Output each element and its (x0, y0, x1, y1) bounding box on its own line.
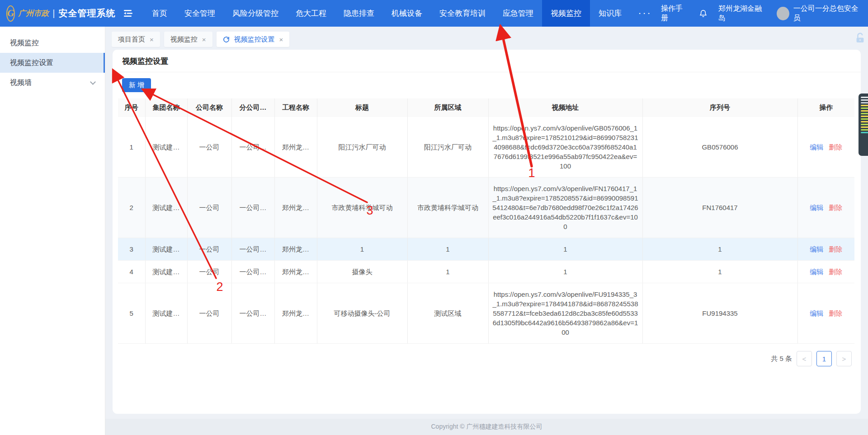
table-cell: 郑州龙… (274, 178, 317, 238)
table-cell: 2 (118, 178, 145, 238)
table-cell: 郑州龙… (274, 261, 317, 283)
page-title: 视频监控设置 (113, 50, 861, 72)
prev-page-button[interactable]: < (797, 351, 812, 366)
table-header-row: 序号集团名称公司名称分公司…工程名称标题所属区域视频地址序列号操作 (118, 98, 854, 117)
brand-divider: | (52, 8, 55, 19)
level-stripe (861, 124, 868, 125)
footer-copyright: Copyright © 广州穗建建造科技有限公司 (105, 419, 868, 435)
edit-link[interactable]: 编辑 (810, 143, 823, 151)
level-stripe (861, 102, 868, 103)
table-cell: 阳江污水厂可动 (407, 117, 488, 178)
tab-video-monitor-settings[interactable]: 视频监控设置× (217, 32, 290, 47)
notification-bell-icon[interactable] (699, 9, 708, 18)
edit-link[interactable]: 编辑 (810, 268, 823, 276)
pagination: 共 5 条 < 1 > (122, 351, 852, 366)
tab-label: 视频监控 (170, 35, 198, 44)
next-page-button[interactable]: > (836, 351, 852, 366)
delete-link[interactable]: 删除 (829, 268, 842, 276)
actions-cell: 编辑删除 (797, 117, 854, 178)
tab-project-home[interactable]: 项目首页× (112, 32, 160, 47)
table-cell: 郑州龙… (274, 117, 317, 178)
top-nav-item-home[interactable]: 首页 (143, 0, 176, 27)
serial-cell: 1 (642, 261, 797, 283)
delete-link[interactable]: 删除 (829, 143, 842, 151)
refresh-icon[interactable] (223, 36, 230, 43)
app-title: 安全管理系统 (58, 7, 115, 19)
level-stripe (861, 132, 868, 133)
tab-video-monitor[interactable]: 视频监控× (164, 32, 212, 47)
table-cell: 测试建… (145, 178, 187, 238)
sidebar-item-video-monitor[interactable]: 视频监控 (0, 33, 105, 53)
edit-link[interactable]: 编辑 (810, 309, 823, 317)
top-nav-item-safety-training[interactable]: 安全教育培训 (431, 0, 494, 27)
user-menu[interactable]: 一公司一分总包安全员 (777, 4, 861, 23)
table-cell: 阳江污水厂可动 (317, 117, 407, 178)
level-stripe (861, 116, 868, 117)
table-cell: 1 (407, 261, 488, 283)
top-nav-item-emergency-mgmt[interactable]: 应急管理 (494, 0, 542, 27)
table-row: 1测试建…一公司一公司…郑州龙…阳江污水厂可动阳江污水厂可动https://op… (118, 117, 854, 178)
sidebar-item-label: 视频监控 (10, 38, 39, 48)
top-nav-item-machinery[interactable]: 机械设备 (383, 0, 431, 27)
sidebar-item-label: 视频墙 (10, 78, 32, 88)
table-cell: 一公司 (187, 178, 231, 238)
close-icon[interactable]: × (150, 36, 154, 43)
table-cell: 测试区域 (407, 283, 488, 344)
top-bar: G 广州市政 | 安全管理系统 首页安全管理风险分级管控危大工程隐患排查机械设备… (0, 0, 868, 27)
table-cell: 一公司… (231, 283, 274, 344)
table-cell: 3 (118, 238, 145, 261)
user-role-label: 一公司一分总包安全员 (793, 4, 861, 23)
add-button[interactable]: 新 增 (122, 78, 151, 92)
table-wrap: 序号集团名称公司名称分公司…工程名称标题所属区域视频地址序列号操作 1测试建…一… (118, 98, 855, 344)
close-icon[interactable]: × (279, 36, 283, 43)
lock-icon[interactable] (854, 32, 866, 46)
project-name[interactable]: 郑州龙湖金融岛 (718, 4, 766, 23)
actions-cell: 编辑删除 (797, 238, 854, 261)
sidebar-item-video-wall[interactable]: 视频墙 (0, 73, 105, 93)
manual-link[interactable]: 操作手册 (661, 4, 688, 23)
table-cell: 可移动摄像头-公司 (317, 283, 407, 344)
table-row: 5测试建…一公司一公司…郑州龙…可移动摄像头-公司测试区域https://ope… (118, 283, 854, 344)
video-url-cell: https://open.ys7.com/v3/openlive/GB05760… (488, 117, 642, 178)
sidebar-item-label: 视频监控设置 (10, 58, 53, 68)
level-stripe (861, 110, 868, 112)
column-header: 工程名称 (274, 98, 317, 117)
top-nav-item-risk-grading[interactable]: 风险分级管控 (224, 0, 287, 27)
table-cell: 测试建… (145, 238, 187, 261)
tab-bar: 项目首页×视频监控×视频监控设置× (105, 27, 868, 50)
table-cell: 4 (118, 261, 145, 283)
column-header: 标题 (317, 98, 407, 117)
table-cell: 测试建… (145, 283, 187, 344)
table-cell: 测试建… (145, 261, 187, 283)
top-nav-item-more[interactable]: ··· (630, 0, 661, 27)
top-nav-item-hazard-inspection[interactable]: 隐患排查 (335, 0, 383, 27)
brand: G 广州市政 | 安全管理系统 (0, 5, 113, 22)
sidebar: 视频监控视频监控设置视频墙 (0, 27, 105, 435)
top-nav-item-safety-mgmt[interactable]: 安全管理 (176, 0, 224, 27)
delete-link[interactable]: 删除 (829, 204, 842, 211)
level-stripe (861, 113, 868, 114)
top-nav-item-knowledge-base[interactable]: 知识库 (590, 0, 630, 27)
level-stripe (861, 108, 868, 109)
video-url-cell: 1 (488, 238, 642, 261)
table-cell: 市政黄埔科学城可动 (317, 178, 407, 238)
video-level-widget[interactable] (859, 94, 868, 156)
video-settings-table: 序号集团名称公司名称分公司…工程名称标题所属区域视频地址序列号操作 1测试建…一… (118, 98, 854, 344)
edit-link[interactable]: 编辑 (810, 204, 823, 211)
level-stripe (861, 105, 868, 106)
page-number-button[interactable]: 1 (816, 351, 832, 366)
video-url-cell: https://open.ys7.com/v3/openlive/FN17604… (488, 178, 642, 238)
column-header: 所属区域 (407, 98, 488, 117)
close-icon[interactable]: × (202, 36, 206, 43)
collapse-menu-icon[interactable] (124, 9, 133, 17)
top-nav-item-major-projects[interactable]: 危大工程 (287, 0, 335, 27)
table-cell: 1 (407, 238, 488, 261)
edit-link[interactable]: 编辑 (810, 245, 823, 253)
delete-link[interactable]: 删除 (829, 309, 842, 317)
top-nav-item-video-monitor[interactable]: 视频监控 (542, 0, 590, 27)
actions-cell: 编辑删除 (797, 178, 854, 238)
sidebar-item-video-monitor-settings[interactable]: 视频监控设置 (0, 53, 105, 73)
table-cell: 郑州龙… (274, 238, 317, 261)
delete-link[interactable]: 删除 (829, 245, 842, 253)
level-stripe (861, 97, 868, 98)
